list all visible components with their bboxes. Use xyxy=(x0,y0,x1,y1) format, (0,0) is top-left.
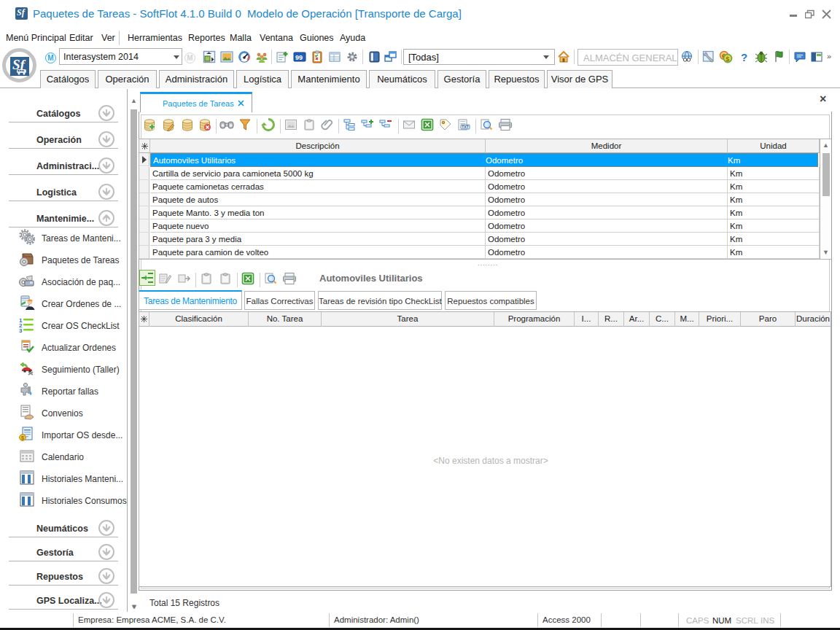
svg-text:$: $ xyxy=(21,435,24,440)
svg-text:TXT: TXT xyxy=(462,125,468,129)
svg-text:?: ? xyxy=(741,51,747,63)
svg-text:3: 3 xyxy=(19,327,23,332)
svg-text:»: » xyxy=(827,52,831,61)
svg-text:99: 99 xyxy=(295,54,303,61)
svg-text:$: $ xyxy=(726,55,729,63)
